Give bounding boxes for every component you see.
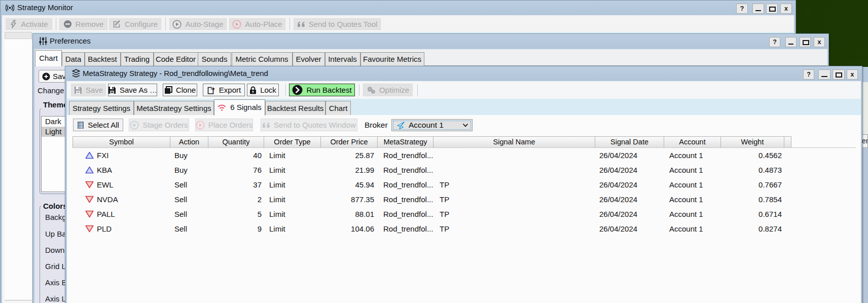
minimize-button[interactable] <box>752 4 764 14</box>
tab-backtest[interactable]: Backtest <box>85 52 121 66</box>
quotes-icon <box>262 122 270 128</box>
help-button[interactable]: ? <box>769 37 780 47</box>
tab-intervals[interactable]: Intervals <box>325 52 360 66</box>
stage-orders-button[interactable]: Stage Orders <box>129 119 189 131</box>
help-button[interactable]: ? <box>803 69 814 80</box>
cell-metastrategy: Rod_trendfol... <box>378 163 433 177</box>
layers-icon <box>71 69 81 78</box>
help-button[interactable]: ? <box>736 4 748 14</box>
cell-symbol-group: NVDA <box>73 192 170 207</box>
cell-order-type: Limit <box>264 207 321 221</box>
tab-trading[interactable]: Trading <box>121 52 154 66</box>
table-row[interactable]: PALLSell5Limit88.01Rod_trendfol...TP26/0… <box>67 207 861 221</box>
signal-down-icon <box>85 181 94 188</box>
metastrategy-window: MetaStrategy Strategy - Rod_trendfollowi… <box>65 66 862 303</box>
strategy-monitor-titlebar[interactable]: Strategy Monitor ? x <box>1 1 795 15</box>
minimize-button[interactable] <box>818 69 830 80</box>
select-all-button[interactable]: Select All <box>73 119 123 131</box>
column-header-signal-date[interactable]: Signal Date <box>595 136 664 147</box>
tab-metastrategy-settings[interactable]: MetaStrategy Settings <box>134 101 214 115</box>
maximize-button[interactable] <box>833 69 845 80</box>
column-header-order-type[interactable]: Order Type <box>264 136 321 147</box>
toolbar-separator <box>165 18 166 30</box>
auto-stage-button[interactable]: Auto-Stage <box>169 18 227 30</box>
table-row[interactable]: FXIBuy40Limit25.87Rod_trendfol...26/04/2… <box>67 148 861 163</box>
table-row[interactable]: EWLSell37Limit45.94Rod_trendfol...TP26/0… <box>67 177 861 192</box>
column-header-signal-name[interactable]: Signal Name <box>433 136 595 147</box>
preferences-titlebar[interactable]: Preferences ? x <box>33 34 828 48</box>
column-header-metastrategy[interactable]: MetaStrategy <box>378 136 433 147</box>
strategy-monitor-column-header[interactable] <box>5 32 32 39</box>
save-theme-button[interactable]: Save <box>39 70 68 83</box>
save-as-button[interactable]: Save As … <box>108 84 157 96</box>
optimize-button[interactable]: Optimize <box>363 84 413 96</box>
cell-action: Sell <box>170 207 208 221</box>
maximize-button[interactable] <box>766 4 778 14</box>
auto-place-button[interactable]: Auto-Place <box>229 18 285 30</box>
configure-button[interactable]: Configure <box>109 18 161 30</box>
tab-chart[interactable]: Chart <box>35 50 62 66</box>
close-button[interactable]: x <box>814 37 825 47</box>
run-backtest-button[interactable]: Run Backtest <box>289 84 355 96</box>
broker-combobox[interactable]: Account 1 <box>391 119 473 131</box>
tab-6-signals[interactable]: 6 Signals <box>214 99 265 116</box>
cell-signal-name: TP <box>433 207 595 221</box>
activate-button[interactable]: Activate <box>6 18 52 30</box>
cell-account: Account 1 <box>664 207 721 221</box>
cell-action: Sell <box>170 177 208 192</box>
cell-action: Sell <box>170 192 208 207</box>
tab-chart[interactable]: Chart <box>326 101 351 115</box>
close-button[interactable]: x <box>780 4 792 14</box>
cell-order-type: Limit <box>264 177 321 192</box>
tab-backtest-results[interactable]: Backtest Results <box>265 101 326 115</box>
export-button[interactable]: Export <box>203 84 245 96</box>
strategy-monitor-title: Strategy Monitor <box>17 1 73 15</box>
tab-metric-columns[interactable]: Metric Columns <box>232 52 293 66</box>
cell-symbol: EWL <box>97 177 114 192</box>
cell-quantity: 40 <box>208 148 264 163</box>
column-header-action[interactable]: Action <box>170 136 208 147</box>
column-header-account[interactable]: Account <box>664 136 721 147</box>
tab-sounds[interactable]: Sounds <box>198 52 231 66</box>
clone-icon <box>164 86 172 94</box>
remove-button[interactable]: Remove <box>59 18 107 30</box>
strategy-monitor-list[interactable] <box>5 39 32 300</box>
lock-button[interactable]: Lock <box>247 84 279 96</box>
signal-down-icon <box>85 210 94 218</box>
broker-label: Broker <box>365 119 388 131</box>
maximize-button[interactable] <box>800 37 811 47</box>
table-row[interactable]: KBABuy76Limit21.99Rod_trendfol...26/04/2… <box>67 163 861 177</box>
auto-stage-label: Auto-Stage <box>185 20 223 28</box>
column-header-quantity[interactable]: Quantity <box>208 136 264 147</box>
table-row[interactable]: PLDSell9Limit104.06Rod_trendfol...TP26/0… <box>67 221 861 236</box>
play-circle-red-icon <box>196 121 205 130</box>
signals-table: Symbol Action Quantity Order Type Order … <box>67 134 861 303</box>
save-button[interactable]: Save <box>71 84 106 96</box>
edit-icon <box>113 20 121 28</box>
tab-favourite-metrics[interactable]: Favourite Metrics <box>360 52 424 66</box>
close-button[interactable]: x <box>847 69 858 80</box>
send-to-quotes-window-label: Send to Quotes Window <box>274 121 356 129</box>
metastrategy-titlebar[interactable]: MetaStrategy Strategy - Rod_trendfollowi… <box>65 66 862 81</box>
send-to-quotes-tool-label: Send to Quotes Tool <box>309 20 378 28</box>
optimize-label: Optimize <box>379 86 409 94</box>
background-window-button-fragment[interactable]: er <box>862 134 868 148</box>
minimize-button[interactable] <box>785 37 797 47</box>
play-circle-icon <box>172 20 182 29</box>
cell-symbol-group: FXI <box>73 148 170 163</box>
tab-code-editor[interactable]: Code Editor <box>154 52 198 66</box>
column-header-order-price[interactable]: Order Price <box>321 136 378 147</box>
cell-order-price: 877.35 <box>321 192 378 207</box>
cell-action: Buy <box>170 148 208 163</box>
tab-strategy-settings[interactable]: Strategy Settings <box>69 101 134 115</box>
table-row[interactable]: NVDASell2Limit877.35Rod_trendfol...TP26/… <box>67 192 861 207</box>
send-to-quotes-window-button[interactable]: Send to Quotes Window <box>261 119 357 131</box>
clone-button[interactable]: Clone <box>163 84 197 96</box>
send-to-quotes-tool-button[interactable]: Send to Quotes Tool <box>294 18 381 30</box>
place-orders-button[interactable]: Place Orders <box>195 119 253 131</box>
column-header-symbol[interactable]: Symbol <box>73 136 170 147</box>
column-header-weight[interactable]: Weight <box>721 136 784 147</box>
tab-data[interactable]: Data <box>62 52 85 66</box>
tab-evolver[interactable]: Evolver <box>293 52 325 66</box>
sliders-icon <box>39 36 48 46</box>
